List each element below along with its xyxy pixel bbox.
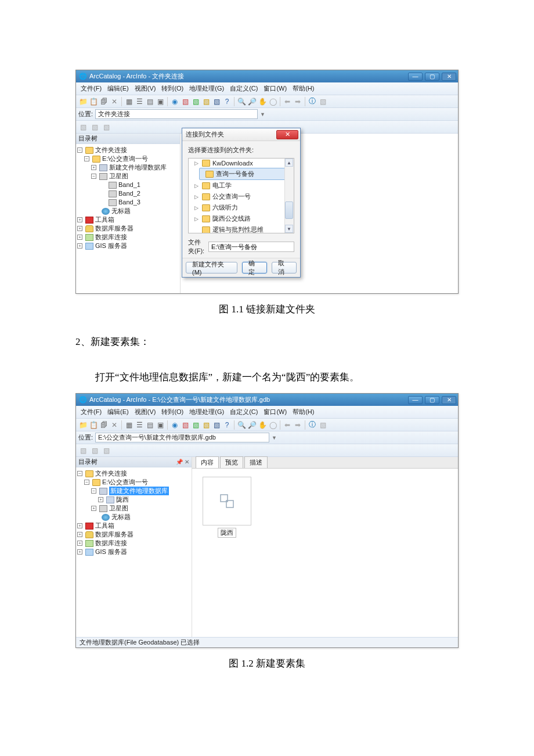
copy-icon[interactable]: 🗐 (99, 97, 109, 106)
tree-item[interactable]: Band_1 (118, 181, 140, 189)
scroll-up-icon[interactable]: ▲ (285, 159, 293, 167)
forward-icon[interactable]: ➡ (293, 420, 302, 430)
list-icon[interactable]: ☰ (135, 420, 144, 430)
tree-item[interactable]: GIS 服务器 (95, 548, 127, 556)
menu-window[interactable]: 窗口(W) (261, 406, 289, 417)
list-item[interactable]: 六级听力 (212, 203, 238, 212)
connect-folder-icon[interactable]: 📁 (78, 420, 88, 430)
new-folder-button[interactable]: 新建文件夹(M) (186, 262, 237, 273)
metadata-props-icon[interactable]: ▧ (102, 446, 111, 455)
tree-item[interactable]: 卫星图 (109, 504, 128, 513)
tree-item[interactable]: 卫星图 (109, 172, 128, 181)
scroll-down-icon[interactable]: ▼ (285, 225, 293, 233)
list-item[interactable]: 逻辑与批判性思维 (212, 225, 264, 233)
list-item-selected[interactable]: 查询一号备份 (216, 170, 254, 178)
tree-item[interactable]: 工具箱 (95, 215, 114, 224)
delete-icon[interactable]: ✕ (110, 97, 119, 106)
menu-file[interactable]: 文件(F) (78, 406, 104, 417)
menu-view[interactable]: 视图(V) (132, 406, 158, 417)
help-icon[interactable]: ? (222, 420, 232, 430)
details-icon[interactable]: ▤ (145, 420, 154, 430)
full-extent-icon[interactable]: ◯ (268, 97, 277, 106)
tree-item[interactable]: 新建文件地理数据库 (109, 163, 167, 172)
tree-item[interactable]: 数据库服务器 (95, 530, 134, 539)
dataset-thumbnail[interactable] (203, 477, 251, 525)
menu-file[interactable]: 文件(F) (78, 83, 104, 94)
tree-item-selected[interactable]: 新建文件地理数据库 (109, 487, 169, 495)
path-input[interactable] (208, 242, 294, 252)
menu-view[interactable]: 视图(V) (132, 83, 158, 94)
maximize-button[interactable]: ▢ (425, 73, 439, 81)
metadata-edit-icon[interactable]: ▧ (90, 446, 99, 455)
arctoolbox-icon[interactable]: ▧ (181, 97, 190, 106)
pin-icon[interactable]: 📌 (176, 459, 183, 465)
menu-window[interactable]: 窗口(W) (261, 83, 289, 94)
catalog-tree[interactable]: −文件夹连接 −E:\公交查询一号 −新建文件地理数据库 +陇西 +卫星图 无标… (76, 467, 192, 637)
metadata-icon[interactable]: ▧ (78, 446, 88, 455)
menu-goto[interactable]: 转到(O) (159, 83, 186, 94)
location-input[interactable]: E:\公交查询一号\新建文件地理数据库.gdb (95, 433, 269, 442)
zoom-in-icon[interactable]: 🔍 (237, 420, 246, 430)
tree-item[interactable]: E:\公交查询一号 (102, 154, 148, 163)
menu-customize[interactable]: 自定义(C) (228, 406, 260, 417)
tree-item[interactable]: 数据库连接 (95, 233, 127, 242)
create-thumbnail-icon[interactable]: ▧ (318, 420, 327, 430)
menu-geoprocessing[interactable]: 地理处理(G) (187, 406, 226, 417)
large-icons-icon[interactable]: ▦ (124, 420, 134, 430)
model-icon[interactable]: ▧ (201, 97, 211, 106)
python-icon[interactable]: ▧ (212, 97, 221, 106)
tree-item[interactable]: GIS 服务器 (95, 242, 127, 250)
tree-item[interactable]: Band_2 (118, 189, 140, 198)
metadata-edit-icon[interactable]: ▧ (90, 123, 99, 132)
dialog-folder-list[interactable]: ▷KwDownloadx 查询一号备份 ▷电工学 ▷公交查询一号 ▷六级听力 ▷… (188, 158, 294, 233)
delete-icon[interactable]: ✕ (110, 420, 119, 430)
scrollbar-thumb[interactable] (285, 201, 293, 219)
cancel-button[interactable]: 取消 (272, 262, 297, 273)
tab-preview[interactable]: 预览 (220, 456, 243, 468)
python-icon[interactable]: ▧ (212, 420, 221, 430)
full-extent-icon[interactable]: ◯ (268, 420, 277, 430)
zoom-out-icon[interactable]: 🔎 (247, 420, 257, 430)
pan-icon[interactable]: ✋ (258, 420, 267, 430)
copy-icon[interactable]: 🗐 (99, 420, 109, 430)
env-icon[interactable]: ▧ (191, 420, 200, 430)
tree-item[interactable]: 工具箱 (95, 521, 114, 530)
menu-goto[interactable]: 转到(O) (159, 406, 186, 417)
dropdown-icon[interactable]: ▼ (272, 435, 277, 441)
dropdown-icon[interactable]: ▼ (260, 111, 265, 117)
tree-item[interactable]: E:\公交查询一号 (102, 478, 148, 487)
identify-icon[interactable]: ⓘ (308, 420, 317, 430)
zoom-in-icon[interactable]: 🔍 (237, 97, 246, 106)
tree-item[interactable]: 数据库服务器 (95, 224, 134, 233)
tree-item[interactable]: Band_3 (118, 198, 140, 207)
tab-contents[interactable]: 内容 (196, 456, 219, 468)
minimize-button[interactable]: — (408, 396, 423, 404)
menu-edit[interactable]: 编辑(E) (105, 406, 131, 417)
tab-description[interactable]: 描述 (244, 456, 268, 468)
globe-icon[interactable]: ◉ (170, 97, 179, 106)
dialog-close-button[interactable]: ✕ (276, 130, 298, 139)
zoom-out-icon[interactable]: 🔎 (247, 97, 257, 106)
metadata-icon[interactable]: ▧ (78, 123, 88, 132)
location-input[interactable]: 文件夹连接 (95, 109, 258, 119)
large-icons-icon[interactable]: ▦ (124, 97, 134, 106)
env-icon[interactable]: ▧ (191, 97, 200, 106)
tree-item[interactable]: 数据库连接 (95, 539, 127, 548)
maximize-button[interactable]: ▢ (425, 396, 439, 404)
details-icon[interactable]: ▤ (145, 97, 154, 106)
tree-item[interactable]: 文件夹连接 (95, 146, 127, 154)
pan-icon[interactable]: ✋ (258, 97, 267, 106)
catalog-tree[interactable]: −文件夹连接 −E:\公交查询一号 +新建文件地理数据库 −卫星图 Band_1… (76, 144, 180, 293)
metadata-props-icon[interactable]: ▧ (102, 123, 111, 132)
list-item[interactable]: 电工学 (212, 181, 232, 190)
thumbnails-icon[interactable]: ▣ (156, 420, 165, 430)
list-item[interactable]: 陇西公交线路 (212, 214, 251, 223)
tree-item[interactable]: 无标题 (111, 513, 131, 521)
paste-icon[interactable]: 📋 (89, 97, 98, 106)
back-icon[interactable]: ⬅ (283, 420, 292, 430)
menu-help[interactable]: 帮助(H) (290, 83, 316, 94)
connect-folder-icon[interactable]: 📁 (78, 97, 88, 106)
menu-customize[interactable]: 自定义(C) (228, 83, 260, 94)
list-item[interactable]: KwDownloadx (212, 160, 253, 167)
globe-icon[interactable]: ◉ (170, 420, 179, 430)
